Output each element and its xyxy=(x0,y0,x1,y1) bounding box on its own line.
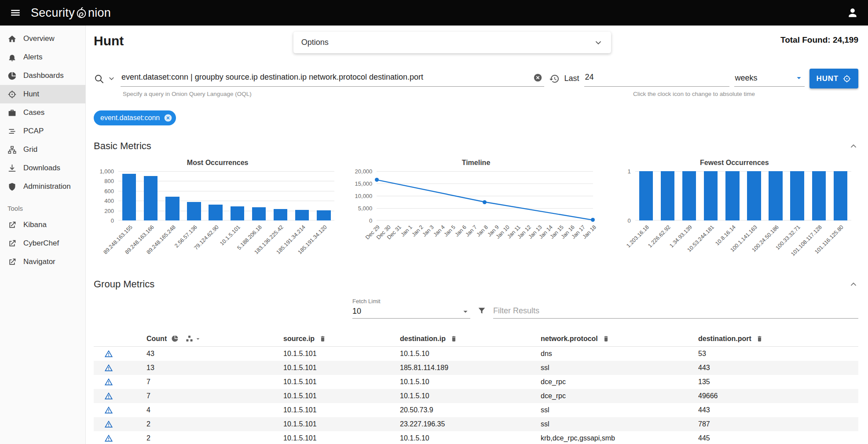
bar[interactable] xyxy=(661,171,674,220)
group-by-icon[interactable] xyxy=(186,335,193,342)
warning-icon[interactable] xyxy=(104,434,113,443)
column-header[interactable]: destination.ip xyxy=(400,335,446,343)
bar[interactable] xyxy=(725,171,739,220)
table-row[interactable]: 210.1.5.10110.1.5.10krb,dce_rpc,gssapi,s… xyxy=(94,431,858,444)
network-icon xyxy=(7,145,17,154)
shield-icon xyxy=(7,182,17,191)
time-value-input[interactable] xyxy=(584,73,729,84)
bar[interactable] xyxy=(317,210,330,220)
chart-plot xyxy=(635,171,851,220)
filter-chip[interactable]: event.dataset:conn xyxy=(94,110,176,125)
x-tick-label: 10.8.16.14 xyxy=(714,224,737,247)
time-unit-select[interactable]: weeks xyxy=(734,71,805,87)
table-cell: ssl xyxy=(541,406,698,414)
table-row[interactable]: 710.1.5.10110.1.5.10dce_rpc135 xyxy=(94,375,858,389)
warning-icon[interactable] xyxy=(104,363,113,372)
caret-down-icon xyxy=(461,307,470,316)
fetch-limit-select[interactable]: 10 xyxy=(352,305,470,319)
sidebar-item-cyberchef[interactable]: CyberChef xyxy=(0,234,85,253)
pie-chart-icon[interactable] xyxy=(171,335,179,342)
bar[interactable] xyxy=(122,174,136,220)
column-header[interactable]: destination.port xyxy=(698,335,751,343)
warning-icon[interactable] xyxy=(104,406,113,415)
onion-logo-icon xyxy=(75,7,88,19)
chart-title: Timeline xyxy=(352,159,600,167)
bar[interactable] xyxy=(209,205,222,220)
table-cell: dce_rpc xyxy=(541,378,698,386)
query-history-chevron-icon[interactable] xyxy=(107,74,116,83)
trash-icon[interactable] xyxy=(602,335,610,342)
sidebar-item-grid[interactable]: Grid xyxy=(0,140,85,159)
sidebar-item-overview[interactable]: Overview xyxy=(0,29,85,48)
y-tick-label: 0 xyxy=(369,217,372,224)
sidebar-item-alerts[interactable]: Alerts xyxy=(0,48,85,66)
history-clock-icon[interactable] xyxy=(549,73,560,84)
y-tick-label: 10,000 xyxy=(355,193,373,199)
trash-icon[interactable] xyxy=(450,335,458,342)
sidebar-item-hunt[interactable]: Hunt xyxy=(0,85,85,103)
bar[interactable] xyxy=(769,171,782,220)
main-content: Hunt Options Total Found: 24,199 Last xyxy=(86,26,868,444)
bar[interactable] xyxy=(704,171,718,220)
group-metrics-section: Group Metrics Fetch Limit 10 Countsource… xyxy=(94,279,858,444)
bar[interactable] xyxy=(834,171,847,220)
table-cell: 443 xyxy=(698,406,858,414)
bar[interactable] xyxy=(747,171,761,220)
trash-icon[interactable] xyxy=(319,335,326,342)
collapse-basic-metrics-icon[interactable] xyxy=(849,141,858,151)
bar[interactable] xyxy=(187,202,201,220)
basic-metrics-section: Basic Metrics Most Occurrences0200400600… xyxy=(94,140,858,264)
sidebar-item-kibana[interactable]: Kibana xyxy=(0,216,85,234)
bar[interactable] xyxy=(682,171,696,220)
y-tick-label: 5,000 xyxy=(358,205,373,212)
column-header[interactable]: network.protocol xyxy=(541,335,598,343)
sidebar-item-pcap[interactable]: PCAP xyxy=(0,122,85,140)
table-row[interactable]: 1310.1.5.101185.81.114.189ssl443 xyxy=(94,361,858,375)
warning-icon[interactable] xyxy=(104,420,113,429)
query-input[interactable] xyxy=(121,73,544,84)
x-tick-label: Jan 2 xyxy=(410,224,425,238)
bar[interactable] xyxy=(252,207,266,220)
column-header[interactable]: source.ip xyxy=(283,335,315,343)
table-cell: 7 xyxy=(146,392,283,400)
bar[interactable] xyxy=(274,209,287,220)
sidebar-item-cases[interactable]: Cases xyxy=(0,103,85,122)
group-metrics-controls: Fetch Limit 10 xyxy=(352,298,858,319)
trash-icon[interactable] xyxy=(756,335,763,342)
column-header[interactable]: Count xyxy=(146,335,167,343)
bar[interactable] xyxy=(790,171,804,220)
data-point[interactable] xyxy=(483,200,487,204)
table-row[interactable]: 4310.1.5.10110.1.5.10dns53 xyxy=(94,347,858,361)
caret-down-icon[interactable] xyxy=(194,335,201,342)
sidebar-item-dashboards[interactable]: Dashboards xyxy=(0,66,85,85)
table-cell: 10.1.5.10 xyxy=(400,392,541,400)
options-dropdown[interactable]: Options xyxy=(293,32,611,53)
sidebar-item-downloads[interactable]: Downloads xyxy=(0,159,85,177)
chevron-down-icon xyxy=(593,38,603,48)
user-icon[interactable] xyxy=(847,7,858,18)
bar[interactable] xyxy=(231,206,244,220)
warning-icon[interactable] xyxy=(104,392,113,400)
filter-results-input[interactable] xyxy=(493,304,858,319)
data-point[interactable] xyxy=(375,178,379,182)
warning-icon[interactable] xyxy=(104,349,113,358)
menu-icon[interactable] xyxy=(10,7,21,18)
sidebar-item-administration[interactable]: Administration xyxy=(0,177,85,196)
clear-query-icon[interactable] xyxy=(533,73,542,82)
table-row[interactable]: 410.1.5.10120.50.73.9ssl443 xyxy=(94,403,858,417)
search-icon[interactable] xyxy=(94,73,104,84)
sidebar-item-navigator[interactable]: Navigator xyxy=(0,253,85,271)
hunt-button[interactable]: HUNT xyxy=(809,69,858,88)
bar[interactable] xyxy=(165,197,179,220)
bar[interactable] xyxy=(144,176,157,220)
bar[interactable] xyxy=(295,210,309,220)
warning-icon[interactable] xyxy=(104,378,113,386)
table-row[interactable]: 210.1.5.10123.227.196.35ssl787 xyxy=(94,417,858,431)
bar[interactable] xyxy=(639,171,653,220)
sidebar-item-label: Dashboards xyxy=(23,71,64,80)
sidebar-item-label: Navigator xyxy=(23,257,55,266)
remove-filter-icon[interactable] xyxy=(164,114,172,122)
bar[interactable] xyxy=(812,171,826,220)
collapse-group-metrics-icon[interactable] xyxy=(849,279,858,289)
table-row[interactable]: 710.1.5.10110.1.5.10dce_rpc49666 xyxy=(94,389,858,403)
